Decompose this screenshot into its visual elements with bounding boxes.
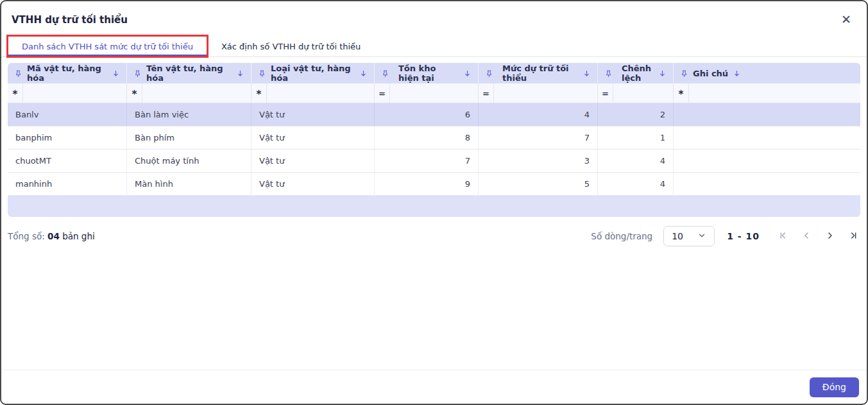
- cell-name: Bàn phím: [127, 126, 251, 149]
- filter-cell-type: *: [251, 83, 375, 103]
- previous-page-icon: [801, 230, 812, 243]
- pin-icon[interactable]: [258, 69, 266, 78]
- filter-input-name[interactable]: [142, 83, 251, 103]
- column-header-name[interactable]: Tên vật tư, hàng hóa: [127, 63, 251, 83]
- cell-type: Vật tư: [251, 126, 375, 149]
- filter-operator-icon[interactable]: =: [479, 83, 494, 103]
- chevron-down-icon: [697, 231, 706, 242]
- previous-page-button[interactable]: [800, 229, 813, 244]
- filter-input-code[interactable]: [23, 83, 126, 103]
- pin-icon[interactable]: [381, 69, 389, 78]
- next-page-icon: [825, 230, 835, 243]
- pin-icon[interactable]: [14, 69, 22, 78]
- total-label: Tổng số:: [8, 231, 45, 241]
- cell-type: Vật tư: [251, 103, 375, 126]
- column-label: Ghi chú: [693, 69, 728, 78]
- tab-label: Danh sách VTHH sát mức dự trữ tối thiểu: [22, 42, 193, 51]
- filter-operator-icon[interactable]: *: [127, 83, 142, 103]
- cell-note: [674, 126, 860, 149]
- filter-operator-icon[interactable]: *: [8, 83, 23, 103]
- cell-type: Vật tư: [251, 173, 375, 195]
- cell-difference: 4: [598, 150, 674, 172]
- sort-descending-icon[interactable]: [583, 69, 591, 78]
- first-page-button[interactable]: [776, 229, 789, 244]
- cell-name: Màn hình: [127, 173, 251, 195]
- close-dialog-button[interactable]: Đóng: [810, 377, 859, 397]
- first-page-icon: [778, 230, 788, 243]
- column-label: Mã vật tư, hàng hóa: [27, 64, 107, 83]
- close-button[interactable]: ✕: [837, 12, 855, 27]
- filter-cell-stock: =: [375, 83, 479, 103]
- filter-operator-icon[interactable]: =: [598, 83, 613, 103]
- table-footer-strip: [8, 196, 860, 217]
- column-header-note[interactable]: Ghi chú: [674, 63, 860, 83]
- column-header-min_reserve[interactable]: Mức dự trữ tối thiểu: [479, 63, 598, 83]
- cell-stock: 8: [375, 126, 479, 149]
- next-page-button[interactable]: [824, 229, 837, 244]
- sort-descending-icon[interactable]: [463, 69, 472, 78]
- table-row[interactable]: BanlvBàn làm việcVật tư642: [8, 103, 860, 126]
- filter-cell-min_reserve: =: [479, 83, 598, 103]
- column-label: Tồn kho hiện tại: [398, 64, 459, 83]
- sort-descending-icon[interactable]: [236, 69, 244, 78]
- column-label: Tên vật tư, hàng hóa: [146, 64, 232, 83]
- cell-min_reserve: 3: [479, 150, 598, 172]
- table-row[interactable]: manhinhMàn hìnhVật tư954: [8, 173, 860, 196]
- pin-icon[interactable]: [133, 69, 142, 78]
- tab-bar: Danh sách VTHH sát mức dự trữ tối thiểu …: [1, 36, 867, 57]
- tab-danh-sach-vthh[interactable]: Danh sách VTHH sát mức dự trữ tối thiểu: [8, 36, 207, 56]
- cell-name: Bàn làm việc: [127, 103, 251, 126]
- last-page-icon: [849, 230, 859, 243]
- cell-note: [674, 103, 860, 126]
- dialog-title: VTHH dự trữ tối thiểu: [12, 14, 128, 26]
- cell-min_reserve: 5: [479, 173, 598, 195]
- column-header-code[interactable]: Mã vật tư, hàng hóa: [8, 63, 127, 83]
- tab-xac-dinh-so-vthh[interactable]: Xác định số VTHH dự trữ tối thiểu: [207, 36, 375, 56]
- pager-controls: Số dòng/trang 10 1 - 10: [591, 226, 860, 246]
- cell-difference: 2: [598, 103, 674, 126]
- cell-note: [674, 173, 860, 195]
- pin-icon[interactable]: [604, 69, 613, 78]
- dialog-content: Mã vật tư, hàng hóaTên vật tư, hàng hóaL…: [1, 57, 867, 370]
- dialog-header: VTHH dự trữ tối thiểu ✕: [1, 1, 867, 36]
- column-header-difference[interactable]: Chênh lệch: [598, 63, 674, 83]
- pagination-bar: Tổng số: 04 bản ghi Số dòng/trang 10 1 -…: [8, 225, 860, 247]
- filter-input-stock[interactable]: [390, 83, 478, 103]
- rows-per-page-label: Số dòng/trang: [591, 231, 652, 241]
- cell-code: Banlv: [8, 103, 127, 126]
- table-body: BanlvBàn làm việcVật tư642banphimBàn phí…: [8, 103, 860, 196]
- cell-code: manhinh: [8, 173, 127, 195]
- table-row[interactable]: chuotMTChuột máy tínhVật tư734: [8, 150, 860, 173]
- filter-input-min_reserve[interactable]: [494, 83, 597, 103]
- column-header-type[interactable]: Loại vật tư, hàng hóa: [251, 63, 375, 83]
- sort-descending-icon[interactable]: [112, 69, 120, 78]
- sort-descending-icon[interactable]: [733, 69, 741, 78]
- rows-per-page-value: 10: [672, 231, 683, 241]
- table-row[interactable]: banphimBàn phímVật tư871: [8, 126, 860, 150]
- column-label: Mức dự trữ tối thiểu: [502, 64, 578, 83]
- cell-code: chuotMT: [8, 150, 127, 172]
- modal-dialog: VTHH dự trữ tối thiểu ✕ Danh sách VTHH s…: [0, 0, 868, 405]
- filter-input-difference[interactable]: [613, 83, 673, 103]
- filter-operator-icon[interactable]: =: [375, 83, 390, 103]
- cell-name: Chuột máy tính: [127, 150, 251, 172]
- cell-difference: 4: [598, 173, 674, 195]
- filter-input-type[interactable]: [267, 83, 374, 103]
- cell-min_reserve: 7: [479, 126, 598, 149]
- filter-operator-icon[interactable]: *: [251, 83, 267, 103]
- sort-descending-icon[interactable]: [658, 69, 667, 78]
- pin-icon[interactable]: [485, 69, 493, 78]
- rows-per-page-select[interactable]: 10: [663, 226, 715, 246]
- column-header-stock[interactable]: Tồn kho hiện tại: [375, 63, 479, 83]
- sort-descending-icon[interactable]: [359, 69, 368, 78]
- pin-icon[interactable]: [680, 69, 688, 78]
- cell-type: Vật tư: [251, 150, 375, 172]
- cell-stock: 9: [375, 173, 479, 195]
- total-records-text: Tổng số: 04 bản ghi: [8, 231, 95, 241]
- last-page-button[interactable]: [847, 229, 860, 244]
- filter-operator-icon[interactable]: *: [674, 83, 689, 103]
- active-tab-underline: [8, 55, 207, 56]
- total-unit: bản ghi: [62, 231, 95, 241]
- cell-stock: 7: [375, 150, 479, 172]
- filter-input-note[interactable]: [689, 83, 860, 103]
